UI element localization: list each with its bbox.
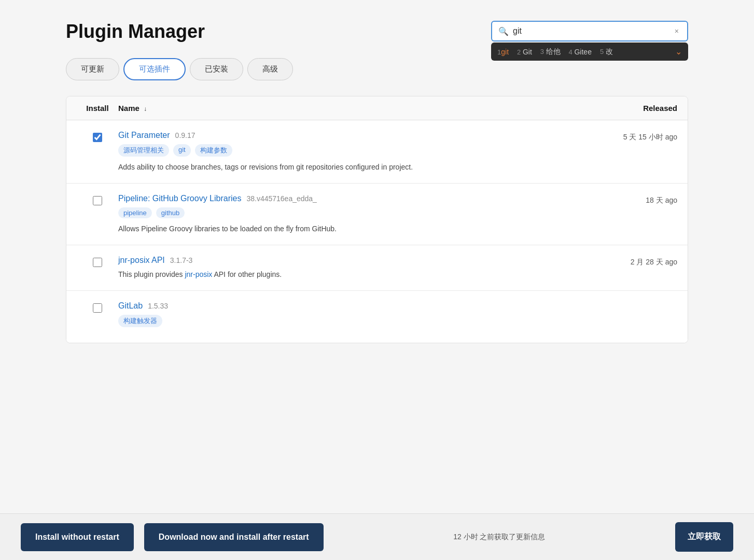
- dropdown-item-3[interactable]: 3 给他: [540, 47, 561, 57]
- plugin-link-jnr[interactable]: jnr-posix: [185, 270, 212, 278]
- table-header: Install Name ↓ Released: [66, 96, 688, 120]
- plugin-info-jnr: jnr-posix API 3.1.7-3 This plugin provid…: [118, 256, 574, 280]
- sort-arrow-icon[interactable]: ↓: [144, 105, 147, 113]
- search-area: 🔍 × 1git 2 Git 3 给他 4 Gitee 5 改 ⌄: [491, 21, 688, 41]
- checkbox-pipeline[interactable]: [93, 196, 102, 205]
- checkbox-col-git-parameter: [77, 131, 118, 142]
- install-without-restart-button[interactable]: Install without restart: [21, 523, 134, 551]
- plugin-name-row: Pipeline: GitHub Groovy Libraries 38.v44…: [118, 194, 563, 203]
- plugin-name-gitlab[interactable]: GitLab: [118, 301, 143, 311]
- plugin-name-row: jnr-posix API 3.1.7-3: [118, 256, 563, 265]
- checkbox-col-gitlab: [77, 301, 118, 313]
- tag-yuanma[interactable]: 源码管理相关: [118, 144, 169, 157]
- dropdown-item-4[interactable]: 4 Gitee: [569, 48, 592, 56]
- tab-available[interactable]: 可选插件: [123, 58, 186, 80]
- dropdown-arrow-icon: ⌄: [675, 47, 682, 57]
- header-row: Plugin Manager 🔍 × 1git 2 Git 3 给他 4 Git…: [66, 21, 688, 43]
- search-dropdown: 1git 2 Git 3 给他 4 Gitee 5 改 ⌄: [491, 43, 688, 61]
- dropdown-item-1[interactable]: 1git: [497, 48, 509, 56]
- checkbox-col-jnr: [77, 256, 118, 267]
- plugin-released-jnr: 2 月 28 天 ago: [574, 256, 677, 267]
- plugin-table: Install Name ↓ Released Git Parameter 0.…: [66, 96, 688, 343]
- plugin-released-git-parameter: 5 天 15 小时 ago: [574, 131, 677, 142]
- plugin-name-pipeline[interactable]: Pipeline: GitHub Groovy Libraries: [118, 194, 241, 203]
- plugin-info-gitlab: GitLab 1.5.33 构建触发器: [118, 301, 574, 332]
- plugin-version-gitlab: 1.5.33: [148, 302, 168, 310]
- header-install: Install: [77, 104, 118, 113]
- table-row: Pipeline: GitHub Groovy Libraries 38.v44…: [66, 184, 688, 245]
- table-row: Git Parameter 0.9.17 源码管理相关 git 构建参数 Add…: [66, 120, 688, 184]
- plugin-name-row: Git Parameter 0.9.17: [118, 131, 563, 140]
- checkbox-git-parameter[interactable]: [93, 133, 102, 142]
- plugin-info-git-parameter: Git Parameter 0.9.17 源码管理相关 git 构建参数 Add…: [118, 131, 574, 173]
- plugin-name-jnr[interactable]: jnr-posix API: [118, 256, 165, 265]
- plugin-version-git-parameter: 0.9.17: [175, 131, 196, 139]
- plugin-name-git-parameter[interactable]: Git Parameter: [118, 131, 170, 140]
- plugin-info-pipeline: Pipeline: GitHub Groovy Libraries 38.v44…: [118, 194, 574, 234]
- plugin-tags-git-parameter: 源码管理相关 git 构建参数: [118, 144, 563, 157]
- plugin-released-gitlab: [574, 301, 677, 303]
- tab-advanced[interactable]: 高级: [247, 58, 293, 80]
- tab-updatable[interactable]: 可更新: [66, 58, 119, 80]
- checkbox-gitlab[interactable]: [93, 303, 102, 313]
- search-clear-button[interactable]: ×: [673, 26, 681, 36]
- download-install-after-restart-button[interactable]: Download now and install after restart: [144, 523, 324, 551]
- tag-github[interactable]: github: [156, 207, 185, 218]
- table-row: GitLab 1.5.33 构建触发器: [66, 291, 688, 343]
- plugin-version-pipeline: 38.v445716ea_edda_: [246, 194, 316, 203]
- checkbox-col-pipeline: [77, 194, 118, 205]
- table-row: jnr-posix API 3.1.7-3 This plugin provid…: [66, 245, 688, 291]
- dropdown-item-2[interactable]: 2 Git: [517, 48, 532, 56]
- tabs-row: 可更新 可选插件 已安装 高级: [66, 58, 688, 80]
- tag-goujian[interactable]: 构建参数: [195, 144, 232, 157]
- tab-installed[interactable]: 已安装: [190, 58, 243, 80]
- header-released: Released: [574, 104, 677, 113]
- plugin-desc-git-parameter: Adds ability to choose branches, tags or…: [118, 162, 563, 173]
- update-status-text: 12 小时 之前获取了更新信息: [334, 533, 665, 542]
- search-box: 🔍 ×: [491, 21, 688, 41]
- tag-goujian-chufa[interactable]: 构建触发器: [118, 315, 162, 327]
- plugin-tags-pipeline: pipeline github: [118, 207, 563, 218]
- bottom-bar: Install without restart Download now and…: [0, 513, 754, 560]
- tag-git[interactable]: git: [173, 144, 191, 157]
- plugin-released-pipeline: 18 天 ago: [574, 194, 677, 205]
- header-name: Name ↓: [118, 104, 574, 113]
- refresh-button[interactable]: 立即获取: [675, 522, 733, 552]
- plugin-desc-pipeline: Allows Pipeline Groovy libraries to be l…: [118, 223, 563, 234]
- plugin-desc-jnr-before: This plugin provides: [118, 270, 185, 278]
- plugin-desc-jnr: This plugin provides jnr-posix API for o…: [118, 269, 563, 280]
- dropdown-item-5[interactable]: 5 改: [600, 47, 613, 57]
- plugin-desc-jnr-after: API for other plugins.: [212, 270, 282, 278]
- plugin-name-row: GitLab 1.5.33: [118, 301, 563, 311]
- checkbox-jnr[interactable]: [93, 258, 102, 267]
- plugin-tags-gitlab: 构建触发器: [118, 315, 563, 327]
- tag-pipeline[interactable]: pipeline: [118, 207, 152, 218]
- search-input[interactable]: [513, 26, 673, 36]
- plugin-version-jnr: 3.1.7-3: [170, 256, 193, 264]
- search-icon: 🔍: [498, 26, 509, 36]
- page-title: Plugin Manager: [66, 21, 205, 43]
